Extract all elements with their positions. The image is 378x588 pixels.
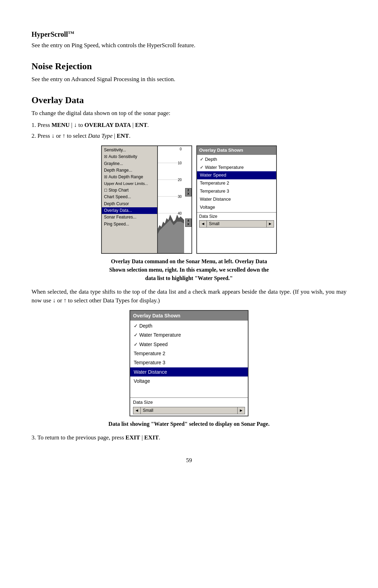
menu-item-ping-speed: Ping Speed... [102,221,157,228]
overlay-item-water-temp-1: Water Temperature [197,164,276,172]
menu-item-depth-range: Depth Range... [102,167,157,174]
menu-item-auto-depth: Auto Depth Range [102,174,157,180]
noise-rejection-title: Noise Rejection [31,60,346,73]
menu-item-chart-speed: Chart Speed... [102,194,157,200]
menu-item-grayline: Grayline... [102,160,157,167]
overlay-size-value-1: Small [207,221,266,227]
menu-item-stop-chart: Stop Chart [102,187,157,194]
noise-rejection-body: See the entry on Advanced Signal Process… [31,75,346,84]
step-1: 1. Press MENU | ↓ to Overlay Data | ENT. [31,121,346,130]
overlay-size-row-1: ◄ Small ► [199,220,274,228]
menu-item-depth-cursor: Depth Cursor [102,201,157,207]
step-3: 3. To return to the previous page, press… [31,433,346,442]
overlay-item-voltage-2: Voltage [130,377,248,386]
figure-2: Overlay Data Shown Depth Water Temperatu… [31,310,346,417]
overlay-item-temp2-2: Temperature 2 [130,349,248,358]
overlay-data-title: Overlay Data [31,94,346,107]
overlay-panel-1-bottom: Data Size ◄ Small ► [197,212,276,229]
overlay-item-temp3-1: Temperature 3 [197,187,276,195]
overlay-item-depth-2: Depth [130,321,248,330]
sonar-menu: Sensitivity... Auto Sensitivity Grayline… [102,146,158,253]
overlay-size-label-2: Data Size [133,399,245,406]
overlay-size-arrow-left-1[interactable]: ◄ [200,221,207,227]
overlay-item-depth-1: Depth [197,156,276,164]
overlay-data-shown-panel-2: Overlay Data Shown Depth Water Temperatu… [130,310,248,417]
overlay-item-water-speed-2: Water Speed [130,340,248,349]
overlay-size-arrow-right-2[interactable]: ► [237,407,245,414]
svg-marker-6 [158,220,184,253]
overlay-panel-2-bottom: Data Size ◄ Small ► [130,397,248,416]
overlay-item-temp2-1: Temperature 2 [197,179,276,187]
overlay-panel-2-items: Depth Water Temperature Water Speed Temp… [130,321,248,397]
figure-2-caption: Data list showing "Water Speed" selected… [70,420,308,428]
overlay-item-water-temp-2: Water Temperature [130,330,248,339]
menu-item-sonar-features: Sonar Features... [102,214,157,221]
overlay-item-temp3-2: Temperature 3 [130,358,248,367]
overlay-item-voltage-1: Voltage [197,203,276,211]
hyperscroll-section: HyperScrollTM See the entry on Ping Spee… [31,29,346,50]
overlay-size-label-1: Data Size [199,214,274,220]
menu-item-auto-sensitivity: Auto Sensitivity [102,153,157,160]
overlay-data-section: Overlay Data To change the digital data … [31,94,346,442]
hyperscroll-title: HyperScrollTM [31,29,346,40]
noise-rejection-section: Noise Rejection See the entry on Advance… [31,60,346,84]
overlay-size-row-2: ◄ Small ► [133,407,245,414]
step-2: 2. Press ↓ or ↑ to select Data Type | EN… [31,131,346,141]
sonar-chart-panel: Sensitivity... Auto Sensitivity Grayline… [101,145,192,254]
overlay-panel-2-title: Overlay Data Shown [130,311,248,321]
overlay-size-arrow-right-1[interactable]: ► [266,221,274,227]
sonar-terrain-svg [158,146,184,253]
sonar-chart-area: 0 10 20 30 40 50 60 2X 4X [158,146,191,253]
page-number: 59 [31,456,346,465]
overlay-item-water-dist-1: Water Distance [197,195,276,203]
menu-item-sensitivity: Sensitivity... [102,147,157,153]
overlay-item-water-dist-2: Water Distance [130,367,248,377]
overlay-item-water-speed-1: Water Speed [197,171,276,179]
overlay-data-shown-panel-1: Overlay Data Shown Depth Water Temperatu… [196,145,277,254]
figure-1: Sensitivity... Auto Sensitivity Grayline… [31,145,346,254]
overlay-size-value-2: Small [141,407,237,414]
menu-item-upper-lower: Upper And Lower Limits... [102,181,157,187]
menu-item-overlay-data: Overlay Data... [102,207,157,214]
overlay-data-intro: To change the digital data shown on top … [31,109,346,118]
overlay-size-arrow-left-2[interactable]: ◄ [133,407,141,414]
overlay-panel-1-title: Overlay Data Shown [197,146,276,155]
panel-gap [192,145,196,254]
overlay-data-body: When selected, the data type shifts to t… [31,287,346,305]
overlay-panel-1-items: Depth Water Temperature Water Speed Temp… [197,155,276,212]
figure-1-caption: Overlay Data command on the Sonar Menu, … [70,257,308,282]
hyperscroll-body: See the entry on Ping Speed, which contr… [31,41,346,50]
